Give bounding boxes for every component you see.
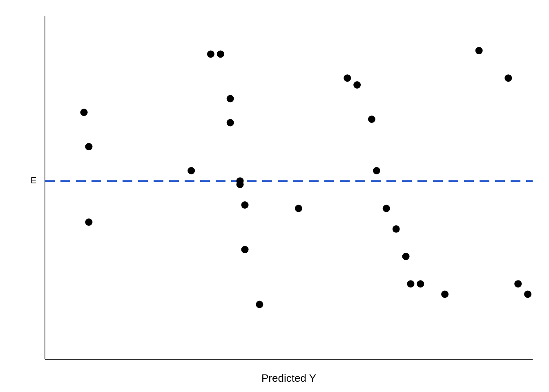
svg-text:E: E xyxy=(31,175,37,185)
data-point xyxy=(217,50,224,58)
data-point xyxy=(475,47,483,54)
data-point xyxy=(383,205,390,212)
svg-text:Predicted Y: Predicted Y xyxy=(261,372,316,384)
data-point xyxy=(295,205,302,212)
data-point xyxy=(85,218,92,226)
data-point xyxy=(407,280,415,287)
data-point xyxy=(353,81,361,89)
data-point xyxy=(368,116,375,123)
data-point xyxy=(393,225,400,233)
data-point xyxy=(187,167,195,174)
data-point xyxy=(85,143,92,150)
data-point xyxy=(441,290,449,298)
data-point xyxy=(241,246,249,253)
data-point xyxy=(514,280,522,287)
scatter-plot: EPredicted Y xyxy=(0,0,549,392)
data-point xyxy=(227,95,234,102)
data-point xyxy=(524,290,531,298)
chart-container: EPredicted Y xyxy=(0,0,549,392)
data-point xyxy=(344,74,351,82)
data-point xyxy=(256,301,263,308)
data-point xyxy=(402,253,410,260)
data-point xyxy=(237,181,244,188)
data-point xyxy=(207,50,214,58)
data-point xyxy=(373,167,380,174)
data-point xyxy=(241,201,249,209)
data-point xyxy=(417,280,424,287)
data-point xyxy=(504,74,512,82)
data-point xyxy=(80,109,88,116)
data-point xyxy=(227,119,234,126)
